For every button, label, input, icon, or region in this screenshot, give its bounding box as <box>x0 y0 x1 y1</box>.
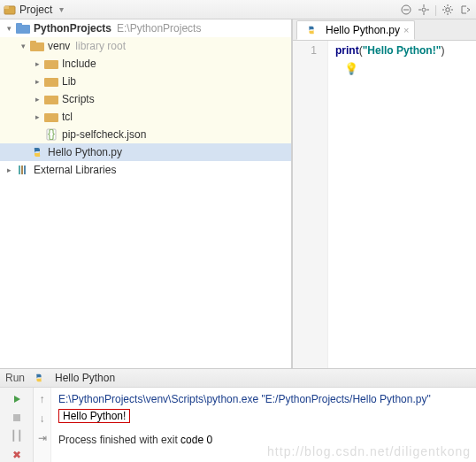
project-path: E:\PythonProjects <box>117 22 201 35</box>
svg-rect-8 <box>30 41 36 44</box>
tree-external-libraries[interactable]: ▸ External Libraries <box>0 161 291 179</box>
ext-lib-label: External Libraries <box>34 164 116 176</box>
svg-rect-15 <box>19 166 20 174</box>
console-output[interactable]: E:\PythonProjects\venv\Scripts\python.ex… <box>51 388 476 462</box>
folder-icon <box>16 22 30 35</box>
tree-project-root[interactable]: ▾ PythonProjects E:\PythonProjects <box>0 19 291 37</box>
intention-bulb-icon[interactable]: 💡 <box>344 62 444 75</box>
dropdown-arrow-icon[interactable]: ▾ <box>59 4 64 14</box>
svg-rect-12 <box>44 113 58 122</box>
svg-rect-17 <box>24 166 26 174</box>
svg-rect-10 <box>44 78 58 87</box>
watermark-text: http://blog.csdn.net/diligentkong <box>267 444 471 458</box>
folder-label: Lib <box>62 75 76 88</box>
stop-icon[interactable] <box>12 412 22 423</box>
venv-label: venv <box>48 40 70 52</box>
folder-label: Include <box>62 58 96 70</box>
tree-venv[interactable]: ▾ venv library root <box>0 37 291 55</box>
folder-icon <box>44 58 58 70</box>
svg-rect-9 <box>44 60 58 69</box>
svg-rect-1 <box>4 6 9 9</box>
svg-text:{}: {} <box>48 128 55 140</box>
project-toolbar-title: Project <box>19 4 52 16</box>
editor-tab[interactable]: Hello Python.py × <box>296 20 415 40</box>
code-content[interactable]: print("Hello Python!") 💡 <box>328 41 451 368</box>
libraries-icon <box>16 164 30 176</box>
toolbar-separator: | <box>434 4 437 16</box>
run-toolwindow-body: ┃┃ ✖ ↑ ↓ ⇥ E:\PythonProjects\venv\Script… <box>0 388 476 462</box>
tree-file-hello-python[interactable]: Hello Python.py <box>0 143 291 161</box>
library-folder-icon <box>30 40 44 52</box>
folder-label: Scripts <box>62 93 95 105</box>
python-icon <box>32 372 46 384</box>
file-label: pip-selfcheck.json <box>62 128 146 141</box>
svg-rect-6 <box>16 23 22 27</box>
collapse-icon[interactable] <box>399 3 413 17</box>
hide-icon[interactable] <box>458 3 472 17</box>
console-stdout: Hello Python! <box>58 409 130 423</box>
tree-folder-tcl[interactable]: ▸ tcl <box>0 108 291 126</box>
up-arrow-icon[interactable]: ↑ <box>40 393 45 405</box>
tree-folder-scripts[interactable]: ▸ Scripts <box>0 90 291 108</box>
editor-tab-bar: Hello Python.py × <box>293 19 476 41</box>
run-label: Run <box>5 372 25 384</box>
code-string: "Hello Python!" <box>363 44 441 57</box>
run-nav-gutter: ↑ ↓ ⇥ <box>34 388 51 462</box>
project-tree[interactable]: ▾ PythonProjects E:\PythonProjects ▾ ven… <box>0 19 292 368</box>
svg-rect-18 <box>13 414 20 421</box>
close-console-icon[interactable]: ✖ <box>12 449 21 461</box>
tree-file-selfcheck[interactable]: {} pip-selfcheck.json <box>0 126 291 143</box>
line-gutter: 1 <box>293 41 328 368</box>
down-arrow-icon[interactable]: ↓ <box>40 412 45 425</box>
console-command: E:\PythonProjects\venv\Scripts\python.ex… <box>58 393 469 405</box>
code-fn: print <box>335 44 359 57</box>
folder-icon <box>44 111 58 123</box>
tree-folder-include[interactable]: ▸ Include <box>0 55 291 73</box>
target-icon[interactable] <box>417 3 431 17</box>
run-config-name: Hello Python <box>55 372 115 384</box>
run-action-gutter: ┃┃ ✖ <box>0 388 34 462</box>
tab-close-icon[interactable]: × <box>403 25 409 35</box>
svg-point-4 <box>446 7 449 11</box>
json-file-icon: {} <box>44 128 58 141</box>
python-file-icon <box>30 146 44 158</box>
code-editor[interactable]: 1 print("Hello Python!") 💡 <box>293 41 476 368</box>
tree-folder-lib[interactable]: ▸ Lib <box>0 73 291 90</box>
editor-pane: Hello Python.py × 1 print("Hello Python!… <box>292 19 476 368</box>
pause-icon[interactable]: ┃┃ <box>11 430 23 442</box>
svg-point-3 <box>422 8 426 12</box>
tab-label: Hello Python.py <box>326 24 400 36</box>
settings-gear-icon[interactable] <box>441 3 455 17</box>
project-toolbar: Project ▾ | <box>0 0 476 19</box>
svg-rect-16 <box>21 166 23 174</box>
file-label: Hello Python.py <box>48 146 122 158</box>
console-exit-line: Process finished with exit code 0 <box>58 434 469 446</box>
python-file-icon <box>304 24 319 36</box>
run-toolwindow-header[interactable]: Run Hello Python <box>0 368 476 388</box>
project-name: PythonProjects <box>34 22 111 35</box>
folder-icon <box>44 75 58 88</box>
svg-rect-11 <box>44 96 58 104</box>
venv-hint: library root <box>75 40 126 52</box>
project-icon <box>4 4 16 16</box>
rerun-icon[interactable] <box>11 393 23 405</box>
folder-label: tcl <box>62 111 73 123</box>
folder-icon <box>44 93 58 105</box>
export-icon[interactable]: ⇥ <box>38 432 47 444</box>
line-number: 1 <box>293 44 317 57</box>
main-area: ▾ PythonProjects E:\PythonProjects ▾ ven… <box>0 19 476 368</box>
